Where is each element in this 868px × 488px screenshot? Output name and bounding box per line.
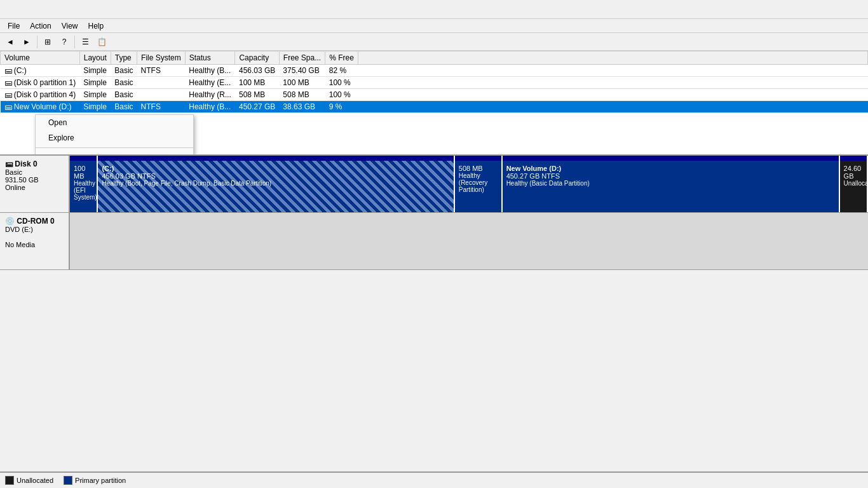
- volume-table-container: Volume Layout Type File System Status Ca…: [0, 51, 868, 156]
- context-menu: OpenExploreMark Partition as ActiveChang…: [35, 114, 194, 156]
- cdrom-0-partitions: [70, 213, 868, 269]
- cell-layout: Simple: [79, 65, 111, 77]
- cell-free: 38.63 GB: [279, 101, 325, 113]
- partition-header-bar: [98, 156, 453, 161]
- col-freespace[interactable]: Free Spa...: [279, 51, 325, 65]
- col-capacity[interactable]: Capacity: [235, 51, 279, 65]
- cell-free: 375.40 GB: [279, 65, 325, 77]
- table-row[interactable]: 🖴 (Disk 0 partition 4) Simple Basic Heal…: [1, 89, 868, 101]
- toolbar: ◄ ► ⊞ ? ☰ 📋: [0, 33, 868, 51]
- cell-capacity: 508 MB: [235, 89, 279, 101]
- legend-unallocated-label: Unallocated: [17, 477, 53, 484]
- cdrom-0-label: 💿 CD-ROM 0 DVD (E:) No Media: [0, 213, 70, 269]
- partition-status: Healthy (Recovery Partition): [459, 172, 498, 193]
- partition-header-bar: [455, 156, 501, 161]
- context-menu-item-mark-partition-as-active: Mark Partition as Active: [36, 150, 193, 156]
- grid-button[interactable]: ⊞: [40, 34, 55, 50]
- disk-0-type: Basic: [5, 168, 64, 176]
- cdrom-0-status: No Media: [5, 241, 64, 248]
- legend-primary-label: Primary partition: [75, 477, 126, 484]
- empty-area: [0, 270, 868, 488]
- close-button[interactable]: [834, 0, 863, 19]
- cell-pctfree: 100 %: [325, 89, 358, 101]
- title-bar: [0, 0, 868, 19]
- restore-button[interactable]: [804, 0, 834, 19]
- partition-status: Unallocated: [844, 180, 863, 187]
- disk-0-status: Online: [5, 184, 64, 191]
- partition-status: Healthy (Basic Data Partition): [506, 180, 835, 187]
- back-button[interactable]: ◄: [3, 34, 18, 50]
- partition-name: (C:): [102, 165, 449, 172]
- cdrom-0-name: 💿 CD-ROM 0: [5, 217, 64, 226]
- cell-capacity: 450.27 GB: [235, 101, 279, 113]
- list-button[interactable]: 📋: [94, 34, 109, 50]
- table-row[interactable]: 🖴 (C:) Simple Basic NTFS Healthy (B... 4…: [1, 65, 868, 77]
- cell-pctfree: 100 %: [325, 77, 358, 89]
- menu-button[interactable]: ☰: [78, 34, 93, 50]
- disk-0-label: 🖴 Disk 0 Basic 931.50 GB Online: [0, 156, 70, 212]
- cell-extra: [358, 89, 867, 101]
- cell-layout: Simple: [79, 77, 111, 89]
- cell-extra: [358, 77, 867, 89]
- disk-0-partition[interactable]: 508 MBHealthy (Recovery Partition): [455, 156, 503, 212]
- legend-primary: Primary partition: [64, 476, 126, 485]
- disk-0-partition[interactable]: 100 MBHealthy (EFI System): [70, 156, 98, 212]
- cell-capacity: 100 MB: [235, 77, 279, 89]
- minimize-button[interactable]: [775, 0, 804, 19]
- cdrom-0-type: DVD (E:): [5, 226, 64, 233]
- disk-0-partition[interactable]: (C:)456.03 GB NTFSHealthy (Boot, Page Fi…: [98, 156, 454, 212]
- partition-size: 508 MB: [459, 165, 498, 172]
- menu-help[interactable]: Help: [83, 20, 109, 32]
- main-content: Volume Layout Type File System Status Ca…: [0, 51, 868, 488]
- cell-pctfree: 82 %: [325, 65, 358, 77]
- table-row[interactable]: 🖴 New Volume (D:) Simple Basic NTFS Heal…: [1, 101, 868, 113]
- cell-type: Basic: [111, 89, 137, 101]
- bottom-legend: Unallocated Primary partition: [0, 471, 868, 488]
- menu-view[interactable]: View: [57, 20, 83, 32]
- disk-0-partition[interactable]: New Volume (D:)450.27 GB NTFSHealthy (Ba…: [503, 156, 840, 212]
- col-pctfree[interactable]: % Free: [325, 51, 358, 65]
- table-row[interactable]: 🖴 (Disk 0 partition 1) Simple Basic Heal…: [1, 77, 868, 89]
- toolbar-separator-2: [74, 36, 75, 48]
- partition-size: 100 MB: [74, 165, 93, 180]
- cell-capacity: 456.03 GB: [235, 65, 279, 77]
- cell-volume: 🖴 New Volume (D:): [1, 101, 80, 113]
- cdrom-0-row: 💿 CD-ROM 0 DVD (E:) No Media: [0, 213, 868, 270]
- context-menu-separator: [36, 147, 193, 148]
- volume-table: Volume Layout Type File System Status Ca…: [0, 51, 868, 113]
- toolbar-separator-1: [37, 36, 37, 48]
- disk-0-row: 🖴 Disk 0 Basic 931.50 GB Online 100 MBHe…: [0, 156, 868, 213]
- col-status[interactable]: Status: [185, 51, 235, 65]
- col-volume[interactable]: Volume: [1, 51, 80, 65]
- cell-status: Healthy (B...: [185, 101, 235, 113]
- context-menu-item-open[interactable]: Open: [36, 115, 193, 130]
- cell-volume: 🖴 (Disk 0 partition 1): [1, 77, 80, 89]
- help-button[interactable]: ?: [57, 34, 72, 50]
- cell-fs: [137, 77, 186, 89]
- disk-0-partition[interactable]: 24.60 GBUnallocated: [840, 156, 868, 212]
- col-filesystem[interactable]: File System: [137, 51, 186, 65]
- context-menu-item-explore[interactable]: Explore: [36, 130, 193, 146]
- menu-action[interactable]: Action: [25, 20, 56, 32]
- cell-type: Basic: [111, 101, 137, 113]
- partition-header-bar: [503, 156, 839, 161]
- partition-header-bar: [840, 156, 867, 161]
- partition-size: 450.27 GB NTFS: [506, 172, 835, 180]
- cell-layout: Simple: [79, 101, 111, 113]
- menu-bar: File Action View Help: [0, 19, 868, 33]
- legend-unallocated-box: [5, 476, 14, 485]
- cell-volume: 🖴 (C:): [1, 65, 80, 77]
- menu-file[interactable]: File: [3, 20, 25, 32]
- forward-button[interactable]: ►: [19, 34, 34, 50]
- col-type[interactable]: Type: [111, 51, 137, 65]
- cell-status: Healthy (E...: [185, 77, 235, 89]
- partition-size: 456.03 GB NTFS: [102, 172, 449, 180]
- cell-type: Basic: [111, 65, 137, 77]
- col-layout[interactable]: Layout: [79, 51, 111, 65]
- cell-fs: [137, 89, 186, 101]
- cell-fs: NTFS: [137, 65, 186, 77]
- disk-view: 🖴 Disk 0 Basic 931.50 GB Online 100 MBHe…: [0, 156, 868, 488]
- cell-extra: [358, 101, 867, 113]
- partition-status: Healthy (EFI System): [74, 180, 93, 201]
- cell-layout: Simple: [79, 89, 111, 101]
